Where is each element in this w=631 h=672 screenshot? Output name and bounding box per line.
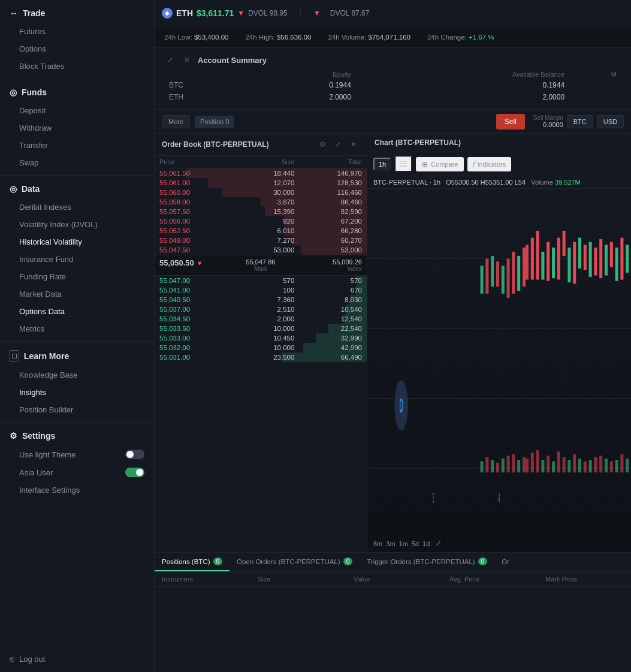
sidebar-item-insights[interactable]: Insights <box>0 384 154 401</box>
learn-icon: □ <box>10 350 19 361</box>
usd-button[interactable]: USD <box>597 115 624 128</box>
order-book-header: Order Book (BTC-PERPETUAL) ⚙ ⤢ ✕ <box>155 134 367 156</box>
ask-bg-bar <box>208 178 367 188</box>
sidebar-item-metrics[interactable]: Metrics <box>0 320 154 337</box>
sidebar-item-options[interactable]: Options <box>0 40 154 58</box>
dvol-left-arrow: ▼ <box>313 9 321 17</box>
logout-icon: ⎋ <box>10 655 14 664</box>
table-row: BTC 0.1944 0.1944 <box>164 79 621 91</box>
asset-price[interactable]: $3,611.71 <box>197 8 234 18</box>
svg-rect-38 <box>485 457 488 473</box>
compare-button[interactable]: ⊕ Compare <box>416 157 463 171</box>
sidebar-item-knowledge-base[interactable]: Knowledge Base <box>0 366 154 384</box>
sidebar-item-market-data[interactable]: Market Data <box>0 285 154 303</box>
svg-rect-52 <box>557 451 560 472</box>
sidebar-item-interface-settings[interactable]: Interface Settings <box>0 481 154 499</box>
bid-size: 10,450 <box>227 335 295 342</box>
svg-rect-50 <box>547 456 550 472</box>
chart-high: H55351.00 <box>481 179 513 186</box>
table-row: 55,061.50 18,440 146,970 <box>155 168 367 178</box>
table-row: 55,031.00 23,500 66,490 <box>155 352 367 362</box>
time-1d[interactable]: 1d <box>422 540 430 547</box>
svg-rect-36 <box>523 248 526 287</box>
sidebar-funds-section: ◎ Funds Deposit Withdraw Transfer Swap <box>0 79 154 176</box>
close-ob-icon[interactable]: ✕ <box>348 138 360 150</box>
mark-label: Mark <box>227 266 295 272</box>
top-bar: ◆ ETH $3,611.71 ▼ DVOL 98.95 | ▼ DVOL 87… <box>155 0 631 26</box>
sidebar-item-deribit-indexes[interactable]: Deribit Indexes <box>0 198 154 216</box>
svg-text:4: 4 <box>498 491 500 507</box>
positions-tab-label: Positions (BTC) <box>162 558 210 565</box>
positions-badge: 0 <box>213 558 223 565</box>
table-row: 55,047.00 570 570 <box>155 276 367 285</box>
svg-rect-30 <box>491 256 494 287</box>
sidebar-item-deposit[interactable]: Deposit <box>0 102 154 119</box>
tab-other[interactable]: Or <box>494 553 517 571</box>
sidebar-item-transfer[interactable]: Transfer <box>0 137 154 154</box>
bid-price: 55,034.50 <box>159 315 227 323</box>
svg-rect-17 <box>573 242 576 284</box>
bid-size: 2,510 <box>227 306 295 313</box>
asia-user-toggle[interactable] <box>125 468 144 477</box>
indicators-button[interactable]: 𝑓 Indicators <box>467 157 512 171</box>
btc-button[interactable]: BTC <box>567 115 593 128</box>
table-row: 55,040.50 7,360 8,030 <box>155 295 367 305</box>
sidebar-item-swap[interactable]: Swap <box>0 154 154 171</box>
index-container: 55,009.26 Index <box>294 258 362 272</box>
svg-rect-21 <box>594 248 597 276</box>
chart-time-controls: 6m 3m 1m 5d 1d ⤢ <box>373 540 441 547</box>
settings-icon[interactable]: ⚙ <box>316 138 328 150</box>
time-1h[interactable]: 1h <box>373 158 391 171</box>
sidebar-item-volatility-index[interactable]: Volatility Index (DVOL) <box>0 216 154 233</box>
time-3m[interactable]: 3m <box>386 540 395 547</box>
tab-trigger-orders[interactable]: Trigger Orders (BTC-PERPETUAL) 0 <box>360 553 494 571</box>
tab-positions[interactable]: Positions (BTC) 0 <box>155 553 230 571</box>
svg-text:3: 3 <box>432 491 434 507</box>
bid-price: 55,041.00 <box>159 287 227 294</box>
indicators-icon: 𝑓 <box>473 159 475 169</box>
tab-open-orders[interactable]: Open Orders (BTC-PERPETUAL) 0 <box>230 553 360 571</box>
other-tab-label: Or <box>502 558 509 565</box>
sidebar-item-block-trades[interactable]: Block Trades <box>0 58 154 75</box>
light-theme-toggle[interactable] <box>125 450 144 459</box>
btc-label: BTC <box>164 79 247 91</box>
close-icon[interactable]: ✕ <box>181 54 193 66</box>
more-button[interactable]: More <box>162 115 190 128</box>
sell-button[interactable]: Sell <box>496 114 525 129</box>
sidebar-item-insurance-fund[interactable]: Insurance Fund <box>0 251 154 268</box>
table-row: 55,056.00 920 67,200 <box>155 216 367 226</box>
svg-rect-40 <box>496 463 499 472</box>
stat-low: 24h Low: $53,400.00 <box>164 34 228 41</box>
btc-available: 0.1944 <box>356 79 569 91</box>
expand-ob-icon[interactable]: ⤢ <box>332 138 344 150</box>
svg-rect-42 <box>507 456 510 472</box>
sidebar-item-funding-rate[interactable]: Funding Rate <box>0 268 154 285</box>
ask-price: 55,052.50 <box>159 227 227 234</box>
stat-change: 24h Change: +1.67 % <box>427 34 494 41</box>
expand-icon[interactable]: ⤢ <box>164 54 176 66</box>
sidebar-item-position-builder[interactable]: Position Builder <box>0 401 154 418</box>
time-5d[interactable]: 5d <box>412 540 419 547</box>
svg-rect-62 <box>610 462 613 473</box>
fullscreen-icon[interactable]: ⤢ <box>436 540 441 547</box>
account-summary-title: Account Summary <box>198 56 267 65</box>
time-6m[interactable]: 6m <box>373 540 382 547</box>
svg-rect-26 <box>620 238 623 280</box>
toolbar-row: More Position 0 Sell Sell Margin 0.0000 … <box>155 110 631 134</box>
time-1m[interactable]: 1m <box>399 540 408 547</box>
sidebar-item-options-data[interactable]: Options Data <box>0 303 154 320</box>
svg-rect-53 <box>563 457 566 473</box>
trade-icon: ↔ <box>10 8 18 18</box>
table-row: 55,047.50 53,000 53,000 <box>155 245 367 255</box>
bid-total: 670 <box>294 287 362 294</box>
sidebar-item-withdraw[interactable]: Withdraw <box>0 119 154 137</box>
sidebar-item-historical-volatility[interactable]: Historical Volatility <box>0 233 154 251</box>
logout-button[interactable]: ⎋ Log out <box>0 646 154 672</box>
trigger-orders-label: Trigger Orders (BTC-PERPETUAL) <box>367 558 475 565</box>
logout-label: Log out <box>19 655 45 664</box>
light-theme-row: Use light Theme <box>0 445 154 463</box>
svg-rect-65 <box>626 459 629 472</box>
sidebar-item-futures[interactable]: Futures <box>0 23 154 40</box>
chart-type-icon[interactable]: 𝄙 <box>395 156 412 172</box>
asset-name: ETH <box>176 8 193 18</box>
